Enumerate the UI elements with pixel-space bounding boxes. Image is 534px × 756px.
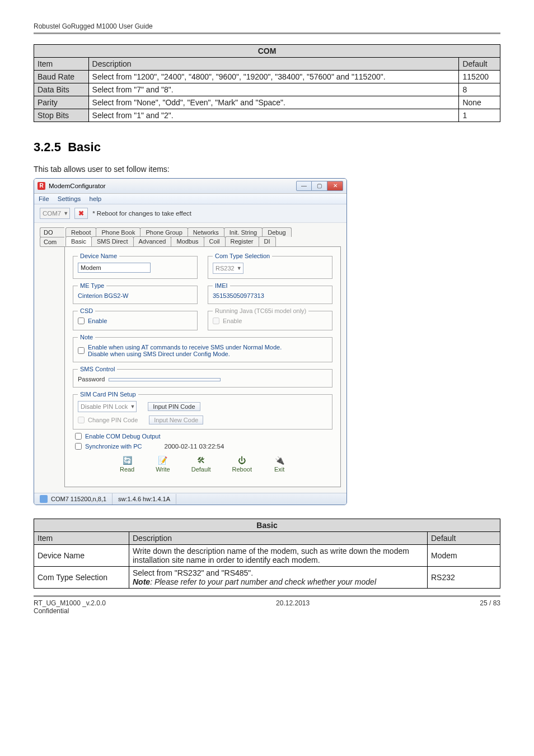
minimize-button[interactable]: — [296, 181, 312, 191]
checkbox-icon [213, 318, 219, 324]
checkbox-icon[interactable] [78, 347, 85, 354]
csd-group: CSD Enable [73, 307, 198, 330]
checkbox-icon [78, 417, 85, 423]
app-icon: R [38, 182, 45, 190]
csd-enable-check[interactable]: Enable [78, 318, 107, 324]
chevron-down-icon: ▼ [130, 404, 135, 409]
java-legend: Running Java (TC65i model only) [213, 307, 308, 314]
menubar: File Settings help [34, 194, 346, 204]
close-button[interactable]: ✕ [327, 181, 343, 191]
default-button[interactable]: 🛠Default [191, 455, 211, 473]
tab-phonegroup[interactable]: Phone Group [140, 227, 188, 237]
imei-value: 351535050977313 [213, 292, 264, 299]
note-text: Enable when using AT commands to receive… [88, 344, 282, 357]
tab-modbus[interactable]: Modbus [171, 236, 204, 246]
sim-pin-group: SIM Card PIN Setup Disable PIN Lock▼ Inp… [73, 391, 332, 430]
me-type-group: ME Type Cinterion BGS2-W [73, 282, 198, 304]
read-button[interactable]: 🔄Read [120, 455, 134, 473]
com-item: Stop Bits [34, 109, 89, 122]
csd-enable-label: Enable [88, 318, 107, 324]
tab-networks[interactable]: Networks [188, 227, 224, 237]
com-desc: Select from "1200", "2400", "4800", "960… [88, 71, 459, 83]
pin-mode-select[interactable]: Disable PIN Lock▼ [78, 401, 137, 412]
tab-body: Device Name Modem Com Type Selection RS2… [64, 246, 341, 487]
sms-control-group: SMS Control Password [73, 366, 332, 388]
disconnect-button[interactable]: ✖ [74, 208, 88, 219]
write-button[interactable]: 📝Write [156, 455, 170, 473]
menu-settings[interactable]: Settings [58, 195, 81, 202]
page-header: Robustel GoRugged M1000 User Guide [34, 22, 500, 30]
write-icon: 📝 [157, 455, 169, 465]
com-port-select[interactable]: COM7▼ [40, 208, 70, 219]
menu-file[interactable]: File [39, 195, 49, 202]
device-name-legend: Device Name [78, 253, 119, 259]
com-type-select[interactable]: RS232▼ [213, 263, 243, 274]
com-desc: Select from "1" and "2". [88, 109, 459, 122]
password-label: Password [78, 376, 105, 382]
password-input[interactable] [109, 378, 221, 381]
device-name-group: Device Name Modem [73, 253, 198, 279]
status-port: COM7 115200,n,8,1 [51, 496, 106, 502]
section-intro: This tab allows user to set follow items… [34, 165, 500, 174]
input-pin-button[interactable]: Input PIN Code [148, 402, 200, 411]
csd-legend: CSD [78, 307, 95, 314]
footer-rule [34, 595, 500, 597]
note-group: Note Enable when using AT commands to re… [73, 334, 332, 362]
sync-pc-check[interactable]: Synchronize with PC [75, 443, 142, 450]
sms-control-legend: SMS Control [78, 366, 117, 372]
default-icon: 🛠 [195, 455, 207, 465]
client-area: DO Com Reboot Phone Book Phone Group Net… [34, 223, 346, 493]
footer-left1: RT_UG_M1000 _v.2.0.0 [34, 599, 106, 607]
tab-register[interactable]: Register [225, 236, 259, 246]
debug-output-check[interactable]: Enable COM Debug Output [75, 433, 161, 440]
exit-button[interactable]: 🔌Exit [273, 455, 285, 473]
basic-table-title: Basic [34, 519, 500, 532]
reboot-button[interactable]: ⏻Reboot [232, 455, 252, 473]
note-check[interactable]: Enable when using AT commands to receive… [78, 344, 282, 357]
basic-th-desc: Description [129, 532, 428, 545]
close-icon: ✖ [78, 209, 84, 217]
status-version: sw:1.4.6 hw:1.4.1A [118, 496, 170, 502]
tab-initstring[interactable]: Init. String [224, 227, 263, 237]
basic-item: Com Type Selection [34, 567, 129, 589]
section-title: Basic [68, 140, 101, 154]
com-item: Parity [34, 96, 89, 109]
tab-di[interactable]: DI [259, 236, 276, 246]
com-def: 115200 [459, 71, 500, 83]
left-tab-com[interactable]: Com [40, 237, 64, 247]
com-th-def: Default [459, 58, 500, 71]
checkbox-icon[interactable] [78, 318, 85, 324]
com-def: 8 [459, 83, 500, 96]
tab-coil[interactable]: Coil [204, 236, 226, 246]
basic-th-item: Item [34, 532, 129, 545]
tab-reboot[interactable]: Reboot [65, 227, 96, 237]
basic-desc-line1: Select from "RS232" and "RS485". [133, 568, 253, 577]
footer-center: 20.12.2013 [276, 599, 310, 615]
basic-def: Modem [428, 545, 500, 567]
menu-help[interactable]: help [90, 195, 102, 202]
basic-item: Device Name [34, 545, 129, 567]
java-group: Running Java (TC65i model only) Enable [208, 307, 332, 330]
me-type-legend: ME Type [78, 282, 106, 289]
tab-phonebook[interactable]: Phone Book [96, 227, 140, 237]
read-icon: 🔄 [121, 455, 133, 465]
com-desc: Select from "None", "Odd", "Even", "Mark… [88, 96, 459, 109]
sync-pc-label: Synchronize with PC [85, 443, 142, 450]
basic-desc-line2: : Please refer to your part number and c… [150, 577, 376, 586]
com-type-value: RS232 [216, 265, 235, 272]
basic-desc: Write down the description name of the m… [129, 545, 428, 567]
left-tab-do[interactable]: DO [40, 227, 64, 237]
device-name-input[interactable]: Modem [78, 263, 151, 273]
tab-debug[interactable]: Debug [262, 227, 291, 237]
tab-smsdirect[interactable]: SMS Direct [91, 236, 134, 246]
footer-right: 25 / 83 [480, 599, 500, 615]
app-window: R ModemConfigurator — ▢ ✕ File Settings … [34, 178, 347, 505]
basic-desc: Select from "RS232" and "RS485". Note: P… [129, 567, 428, 589]
checkbox-icon[interactable] [75, 433, 82, 440]
maximize-button[interactable]: ▢ [312, 181, 327, 191]
checkbox-icon[interactable] [75, 443, 82, 450]
java-enable-label: Enable [223, 318, 242, 324]
tab-basic[interactable]: Basic [65, 236, 92, 246]
tab-advanced[interactable]: Advanced [133, 236, 172, 246]
chevron-down-icon: ▼ [237, 265, 242, 271]
